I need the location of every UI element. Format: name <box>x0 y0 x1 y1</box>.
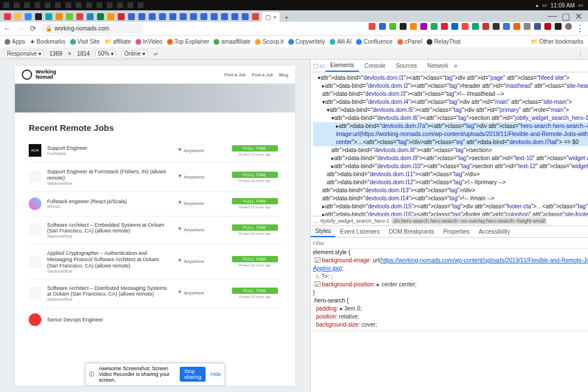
dom-breadcrumb[interactable]: … #jobify_widget_search_hero-1 div.hero-… <box>311 216 588 226</box>
extension-icon[interactable] <box>462 23 469 30</box>
device-select[interactable]: Responsive ▾ <box>5 50 44 58</box>
task-icon[interactable] <box>76 2 82 8</box>
bookmark-folder[interactable]: 📁affiliate <box>105 38 131 45</box>
width-field[interactable]: 1369 <box>49 51 62 57</box>
tab-icon[interactable] <box>25 13 32 20</box>
tab-icon[interactable] <box>180 13 187 20</box>
bookmark-item[interactable]: Scoop.it <box>255 38 283 45</box>
extension-icon[interactable] <box>451 23 458 30</box>
tab-icon[interactable] <box>45 13 52 20</box>
extension-icon[interactable] <box>555 23 562 30</box>
bookmark-item[interactable]: ★Bookmarks <box>30 38 65 45</box>
styles-filter-input[interactable] <box>313 240 588 246</box>
tab-network[interactable]: Network <box>423 60 453 71</box>
extension-icon[interactable] <box>420 23 427 30</box>
tab-icon[interactable] <box>190 13 197 20</box>
extension-icon[interactable] <box>441 23 448 30</box>
style-toggle[interactable] <box>315 281 320 287</box>
extension-icon[interactable] <box>482 23 489 30</box>
address-field[interactable]: 🔒 working-nomads.com <box>41 24 144 34</box>
clock[interactable]: 11:09 AM <box>551 2 575 9</box>
nav-blog[interactable]: Blog <box>279 72 288 77</box>
tab-icon[interactable] <box>14 13 21 20</box>
hide-share-button[interactable]: Hide <box>210 371 221 377</box>
bookmark-item[interactable]: Confluence <box>356 38 393 45</box>
extension-icon[interactable] <box>544 23 551 30</box>
device-toggle-icon[interactable]: ▭ <box>319 63 324 69</box>
task-icon[interactable] <box>138 2 144 8</box>
task-icon[interactable] <box>65 2 71 8</box>
tab-event-listeners[interactable]: Event Listeners <box>335 227 384 236</box>
task-icon[interactable] <box>34 2 40 8</box>
bookmark-item[interactable]: InVideo <box>136 38 163 45</box>
list-item[interactable]: Applied Cryptographer – Authentication a… <box>29 244 281 278</box>
style-prop[interactable]: background-position <box>322 281 374 288</box>
extension-icon[interactable] <box>513 23 520 30</box>
style-toggle[interactable] <box>315 257 320 263</box>
site-logo-icon[interactable] <box>22 69 32 80</box>
tray-icon[interactable]: ▴ <box>536 2 539 8</box>
task-icon[interactable] <box>45 2 51 8</box>
task-icon[interactable] <box>86 2 92 8</box>
tab-icon[interactable] <box>87 13 94 20</box>
window-maximize-icon[interactable]: ▢ <box>562 11 570 22</box>
tabs-overflow-icon[interactable]: » <box>454 63 458 69</box>
nav-post-job[interactable]: Post a Job <box>252 72 273 77</box>
breadcrumb-item[interactable]: … <box>313 218 318 224</box>
task-icon[interactable] <box>107 2 113 8</box>
extension-icon[interactable] <box>534 23 541 30</box>
zoom-select[interactable]: 50% ▾ <box>95 50 116 58</box>
forward-button[interactable]: → <box>17 24 24 33</box>
active-tab[interactable]: ◯ × <box>262 12 280 22</box>
rotate-icon[interactable]: ⤾ <box>153 51 158 57</box>
list-item[interactable]: Software Architect – Embedded Systems at… <box>29 216 281 244</box>
styles-pane[interactable]: :hov .cls + element.style { background-i… <box>311 238 588 392</box>
tab-icon[interactable] <box>118 13 125 20</box>
tab-icon[interactable] <box>169 13 176 20</box>
tab-properties[interactable]: Properties <box>439 227 474 236</box>
tab-icon[interactable] <box>76 13 83 20</box>
list-item[interactable]: Software Architect – Distributed Messagi… <box>29 279 281 308</box>
task-icon[interactable] <box>55 2 61 8</box>
tab-icon[interactable] <box>107 13 114 20</box>
extension-icon[interactable] <box>400 23 407 30</box>
bookmark-item[interactable]: Alli AI <box>330 38 351 45</box>
tab-icon[interactable] <box>211 13 218 20</box>
extension-icon[interactable] <box>389 23 396 30</box>
tab-accessibility[interactable]: Accessibility <box>474 227 514 236</box>
tab-dom-breakpoints[interactable]: DOM Breakpoints <box>384 227 439 236</box>
bookmark-item[interactable]: RelayThat <box>427 38 461 45</box>
tab-icon[interactable] <box>221 13 228 20</box>
inspect-icon[interactable]: ⬚ <box>313 63 318 69</box>
device-menu-icon[interactable]: ⋮ <box>578 51 583 57</box>
bookmark-item[interactable]: Visit Site <box>70 38 100 45</box>
apps-button[interactable]: Apps <box>5 38 25 45</box>
back-button[interactable]: ← <box>3 24 11 33</box>
tab-close-icon[interactable]: × <box>273 14 276 20</box>
bookmark-item[interactable]: Top Explainer <box>167 38 210 45</box>
reload-button[interactable]: ⟳ <box>30 24 36 33</box>
tab-icon[interactable] <box>138 13 145 20</box>
extension-icon[interactable] <box>431 23 438 30</box>
chrome-menu-icon[interactable]: ⋮ <box>575 23 585 34</box>
extension-icon[interactable] <box>493 23 500 30</box>
bookmark-item[interactable]: amaaffiliate <box>214 38 250 45</box>
tab-console[interactable]: Console <box>360 60 390 71</box>
tab-icon[interactable] <box>56 13 63 20</box>
tab-sources[interactable]: Sources <box>391 60 421 71</box>
other-bookmarks-button[interactable]: 📁Other bookmarks <box>531 38 583 45</box>
bookmark-item[interactable]: Copywritely <box>288 38 326 45</box>
tab-icon[interactable] <box>242 13 249 20</box>
task-icon[interactable] <box>14 2 20 8</box>
tab-icon[interactable] <box>97 13 104 20</box>
tab-icon[interactable] <box>66 13 73 20</box>
tab-icon[interactable] <box>35 13 42 20</box>
extension-icon[interactable] <box>379 23 386 30</box>
profile-avatar[interactable] <box>565 23 572 30</box>
extension-icon[interactable] <box>410 23 417 30</box>
notifications-icon[interactable]: ▭ <box>578 2 583 8</box>
list-item[interactable]: Support Engineer at Formstack (Fishers, … <box>29 162 281 191</box>
tab-icon[interactable] <box>149 13 156 20</box>
task-icon[interactable] <box>96 2 102 8</box>
tab-styles[interactable]: Styles <box>311 226 335 237</box>
